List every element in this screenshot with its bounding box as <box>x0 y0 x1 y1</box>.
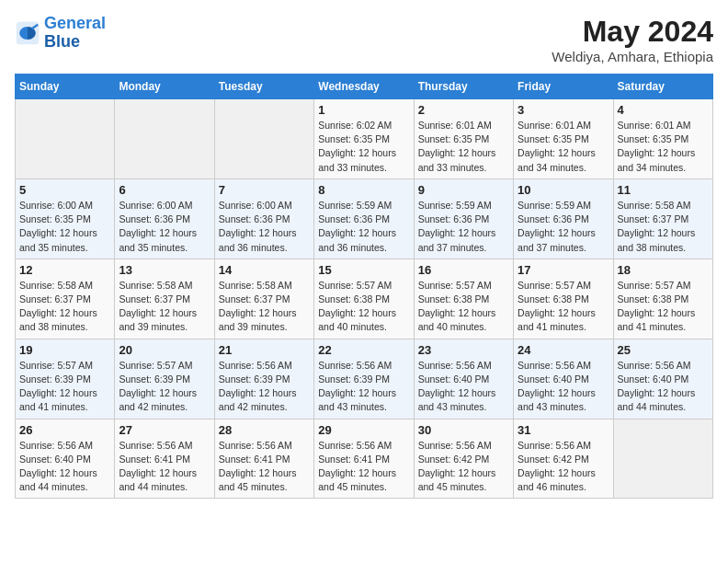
calendar-cell: 12Sunrise: 5:58 AMSunset: 6:37 PMDayligh… <box>16 259 115 339</box>
calendar-cell: 29Sunrise: 5:56 AMSunset: 6:41 PMDayligh… <box>314 419 414 499</box>
day-number: 8 <box>318 183 409 197</box>
day-info: Sunrise: 5:56 AMSunset: 6:40 PMDaylight:… <box>518 359 609 415</box>
title-block: May 2024 Weldiya, Amhara, Ethiopia <box>552 15 713 64</box>
day-info: Sunrise: 5:58 AMSunset: 6:37 PMDaylight:… <box>119 279 210 335</box>
day-number: 22 <box>318 343 409 357</box>
day-info: Sunrise: 5:58 AMSunset: 6:37 PMDaylight:… <box>618 199 709 255</box>
calendar-week-5: 26Sunrise: 5:56 AMSunset: 6:40 PMDayligh… <box>16 419 713 499</box>
calendar-cell: 9Sunrise: 5:59 AMSunset: 6:36 PMDaylight… <box>414 178 513 259</box>
day-info: Sunrise: 5:57 AMSunset: 6:39 PMDaylight:… <box>119 359 210 415</box>
calendar-cell: 6Sunrise: 6:00 AMSunset: 6:36 PMDaylight… <box>115 178 214 259</box>
calendar-cell: 21Sunrise: 5:56 AMSunset: 6:39 PMDayligh… <box>214 339 313 419</box>
day-info: Sunrise: 6:01 AMSunset: 6:35 PMDaylight:… <box>518 119 609 175</box>
day-number: 3 <box>518 103 609 117</box>
day-info: Sunrise: 6:01 AMSunset: 6:35 PMDaylight:… <box>618 119 709 175</box>
header-sunday: Sunday <box>16 75 115 99</box>
day-number: 24 <box>518 343 609 357</box>
header-tuesday: Tuesday <box>214 75 313 99</box>
calendar-cell: 25Sunrise: 5:56 AMSunset: 6:40 PMDayligh… <box>613 339 712 419</box>
day-info: Sunrise: 6:00 AMSunset: 6:36 PMDaylight:… <box>219 199 310 255</box>
location-title: Weldiya, Amhara, Ethiopia <box>552 49 713 64</box>
day-info: Sunrise: 5:56 AMSunset: 6:41 PMDaylight:… <box>119 439 210 495</box>
day-number: 11 <box>618 183 709 197</box>
day-info: Sunrise: 5:58 AMSunset: 6:37 PMDaylight:… <box>19 279 110 335</box>
day-number: 14 <box>219 263 310 277</box>
calendar-header-row: SundayMondayTuesdayWednesdayThursdayFrid… <box>16 75 713 99</box>
calendar-cell: 1Sunrise: 6:02 AMSunset: 6:35 PMDaylight… <box>314 99 414 179</box>
calendar-cell: 8Sunrise: 5:59 AMSunset: 6:36 PMDaylight… <box>314 178 414 259</box>
day-info: Sunrise: 5:56 AMSunset: 6:40 PMDaylight:… <box>418 359 509 415</box>
calendar-cell: 16Sunrise: 5:57 AMSunset: 6:38 PMDayligh… <box>414 259 513 339</box>
day-number: 12 <box>19 263 110 277</box>
calendar-cell: 28Sunrise: 5:56 AMSunset: 6:41 PMDayligh… <box>214 419 313 499</box>
calendar-cell: 19Sunrise: 5:57 AMSunset: 6:39 PMDayligh… <box>16 339 115 419</box>
calendar-cell <box>115 99 214 179</box>
calendar-cell: 22Sunrise: 5:56 AMSunset: 6:39 PMDayligh… <box>314 339 414 419</box>
calendar-week-2: 5Sunrise: 6:00 AMSunset: 6:35 PMDaylight… <box>16 178 713 259</box>
day-info: Sunrise: 5:57 AMSunset: 6:38 PMDaylight:… <box>618 279 709 335</box>
calendar-cell: 2Sunrise: 6:01 AMSunset: 6:35 PMDaylight… <box>414 99 513 179</box>
day-number: 13 <box>119 263 210 277</box>
calendar-week-1: 1Sunrise: 6:02 AMSunset: 6:35 PMDaylight… <box>16 99 713 179</box>
day-number: 17 <box>518 263 609 277</box>
day-info: Sunrise: 6:00 AMSunset: 6:36 PMDaylight:… <box>119 199 210 255</box>
month-title: May 2024 <box>552 15 713 49</box>
day-info: Sunrise: 5:56 AMSunset: 6:41 PMDaylight:… <box>219 439 310 495</box>
calendar-week-3: 12Sunrise: 5:58 AMSunset: 6:37 PMDayligh… <box>16 259 713 339</box>
calendar-cell: 3Sunrise: 6:01 AMSunset: 6:35 PMDaylight… <box>514 99 613 179</box>
calendar-cell: 17Sunrise: 5:57 AMSunset: 6:38 PMDayligh… <box>514 259 613 339</box>
calendar-cell: 10Sunrise: 5:59 AMSunset: 6:36 PMDayligh… <box>514 178 613 259</box>
calendar-cell: 4Sunrise: 6:01 AMSunset: 6:35 PMDaylight… <box>613 99 712 179</box>
day-info: Sunrise: 5:56 AMSunset: 6:42 PMDaylight:… <box>518 439 609 495</box>
day-number: 27 <box>119 423 210 437</box>
calendar-cell: 27Sunrise: 5:56 AMSunset: 6:41 PMDayligh… <box>115 419 214 499</box>
day-info: Sunrise: 5:56 AMSunset: 6:39 PMDaylight:… <box>318 359 409 415</box>
calendar-cell: 30Sunrise: 5:56 AMSunset: 6:42 PMDayligh… <box>414 419 513 499</box>
day-info: Sunrise: 5:56 AMSunset: 6:41 PMDaylight:… <box>318 439 409 495</box>
header-friday: Friday <box>514 75 613 99</box>
header-wednesday: Wednesday <box>314 75 414 99</box>
day-info: Sunrise: 5:56 AMSunset: 6:42 PMDaylight:… <box>418 439 509 495</box>
calendar-cell <box>16 99 115 179</box>
day-info: Sunrise: 6:02 AMSunset: 6:35 PMDaylight:… <box>318 119 409 175</box>
day-number: 2 <box>418 103 509 117</box>
day-number: 7 <box>219 183 310 197</box>
logo: General Blue <box>15 15 106 52</box>
day-number: 20 <box>119 343 210 357</box>
day-info: Sunrise: 5:59 AMSunset: 6:36 PMDaylight:… <box>318 199 409 255</box>
day-number: 16 <box>418 263 509 277</box>
header-monday: Monday <box>115 75 214 99</box>
logo-text: General Blue <box>44 15 106 52</box>
day-info: Sunrise: 5:57 AMSunset: 6:38 PMDaylight:… <box>418 279 509 335</box>
day-info: Sunrise: 6:01 AMSunset: 6:35 PMDaylight:… <box>418 119 509 175</box>
calendar-week-4: 19Sunrise: 5:57 AMSunset: 6:39 PMDayligh… <box>16 339 713 419</box>
calendar-cell <box>214 99 313 179</box>
day-info: Sunrise: 5:57 AMSunset: 6:38 PMDaylight:… <box>318 279 409 335</box>
day-info: Sunrise: 5:56 AMSunset: 6:40 PMDaylight:… <box>19 439 110 495</box>
day-number: 26 <box>19 423 110 437</box>
calendar-cell <box>613 419 712 499</box>
logo-icon <box>15 20 40 46</box>
calendar-cell: 23Sunrise: 5:56 AMSunset: 6:40 PMDayligh… <box>414 339 513 419</box>
calendar-cell: 11Sunrise: 5:58 AMSunset: 6:37 PMDayligh… <box>613 178 712 259</box>
page-header: General Blue May 2024 Weldiya, Amhara, E… <box>15 15 713 64</box>
day-number: 21 <box>219 343 310 357</box>
day-number: 6 <box>119 183 210 197</box>
day-number: 18 <box>618 263 709 277</box>
day-info: Sunrise: 5:57 AMSunset: 6:39 PMDaylight:… <box>19 359 110 415</box>
calendar-cell: 20Sunrise: 5:57 AMSunset: 6:39 PMDayligh… <box>115 339 214 419</box>
day-info: Sunrise: 6:00 AMSunset: 6:35 PMDaylight:… <box>19 199 110 255</box>
calendar-cell: 7Sunrise: 6:00 AMSunset: 6:36 PMDaylight… <box>214 178 313 259</box>
day-number: 9 <box>418 183 509 197</box>
header-saturday: Saturday <box>613 75 712 99</box>
calendar-cell: 26Sunrise: 5:56 AMSunset: 6:40 PMDayligh… <box>16 419 115 499</box>
calendar-cell: 18Sunrise: 5:57 AMSunset: 6:38 PMDayligh… <box>613 259 712 339</box>
day-number: 19 <box>19 343 110 357</box>
day-number: 1 <box>318 103 409 117</box>
calendar-cell: 5Sunrise: 6:00 AMSunset: 6:35 PMDaylight… <box>16 178 115 259</box>
calendar-cell: 13Sunrise: 5:58 AMSunset: 6:37 PMDayligh… <box>115 259 214 339</box>
day-number: 10 <box>518 183 609 197</box>
header-thursday: Thursday <box>414 75 513 99</box>
day-info: Sunrise: 5:59 AMSunset: 6:36 PMDaylight:… <box>518 199 609 255</box>
day-info: Sunrise: 5:59 AMSunset: 6:36 PMDaylight:… <box>418 199 509 255</box>
